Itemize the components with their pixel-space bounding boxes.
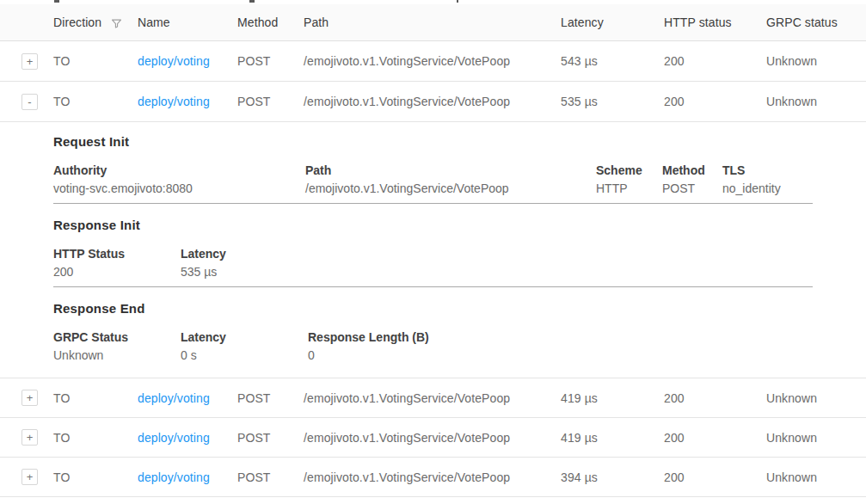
cell-direction: TO bbox=[48, 431, 132, 445]
field-value: POST bbox=[662, 181, 722, 195]
response-end-section: Response End GRPC Status Unknown Latency… bbox=[53, 287, 813, 362]
table-row: + TO deploy/voting POST /emojivoto.v1.Vo… bbox=[0, 378, 866, 418]
section-title: Response Init bbox=[53, 218, 813, 232]
cutoff-artifact bbox=[54, 0, 59, 3]
column-header-http-status: HTTP status bbox=[659, 15, 761, 29]
expand-row-button[interactable]: + bbox=[21, 429, 38, 446]
field-method: Method POST bbox=[662, 163, 722, 195]
table-header-row: Direction Name Method Path Latency HTTP … bbox=[0, 4, 866, 41]
cell-method: POST bbox=[232, 95, 298, 108]
cell-direction: TO bbox=[48, 391, 132, 405]
field-value: 200 bbox=[53, 265, 181, 279]
field-label: GRPC Status bbox=[53, 330, 181, 344]
field-path: Path /emojivoto.v1.VotingService/VotePoo… bbox=[305, 163, 596, 195]
cell-grpc-status: Unknown bbox=[761, 95, 866, 108]
deployment-link[interactable]: deploy/voting bbox=[138, 54, 210, 68]
deployment-link[interactable]: deploy/voting bbox=[138, 391, 210, 405]
cell-path: /emojivoto.v1.VotingService/VotePoop bbox=[298, 470, 556, 484]
column-header-latency: Latency bbox=[556, 15, 659, 29]
field-label: Method bbox=[662, 163, 722, 177]
cutoff-artifact bbox=[249, 0, 255, 3]
field-value: voting-svc.emojivoto:8080 bbox=[53, 181, 305, 195]
field-value: 0 s bbox=[181, 348, 308, 362]
expand-row-button[interactable]: + bbox=[21, 53, 38, 70]
field-http-status: HTTP Status 200 bbox=[53, 247, 181, 279]
cell-path: /emojivoto.v1.VotingService/VotePoop bbox=[298, 95, 556, 108]
field-value: HTTP bbox=[596, 181, 662, 195]
cell-grpc-status: Unknown bbox=[761, 54, 866, 68]
cell-grpc-status: Unknown bbox=[761, 470, 866, 484]
field-value: 0 bbox=[308, 348, 813, 362]
field-latency: Latency 535 µs bbox=[181, 247, 813, 279]
table-row: + TO deploy/voting POST /emojivoto.v1.Vo… bbox=[0, 458, 866, 497]
section-title: Response End bbox=[53, 301, 813, 316]
section-title: Request Init bbox=[53, 134, 813, 149]
cell-method: POST bbox=[232, 54, 298, 68]
cell-http-status: 200 bbox=[659, 54, 761, 68]
expand-row-button[interactable]: + bbox=[21, 390, 38, 406]
cell-http-status: 200 bbox=[659, 470, 761, 484]
tap-results-table: Direction Name Method Path Latency HTTP … bbox=[0, 0, 866, 497]
field-latency: Latency 0 s bbox=[181, 330, 308, 362]
cell-method: POST bbox=[232, 431, 298, 445]
field-grpc-status: GRPC Status Unknown bbox=[53, 330, 181, 362]
field-tls: TLS no_identity bbox=[722, 163, 813, 195]
table-row: + TO deploy/voting POST /emojivoto.v1.Vo… bbox=[0, 418, 866, 458]
field-label: HTTP Status bbox=[53, 247, 181, 261]
cell-http-status: 200 bbox=[659, 95, 761, 108]
field-label: TLS bbox=[722, 163, 813, 177]
field-value: no_identity bbox=[722, 181, 813, 195]
cell-grpc-status: Unknown bbox=[761, 431, 866, 445]
request-init-section: Request Init Authority voting-svc.emojiv… bbox=[53, 134, 813, 204]
field-value: 535 µs bbox=[181, 265, 813, 279]
cell-grpc-status: Unknown bbox=[761, 391, 866, 405]
cutoff-artifact bbox=[457, 0, 458, 3]
field-authority: Authority voting-svc.emojivoto:8080 bbox=[53, 163, 305, 195]
cell-latency: 419 µs bbox=[556, 391, 659, 405]
expand-row-button[interactable]: + bbox=[21, 469, 38, 485]
column-header-direction: Direction bbox=[48, 15, 132, 30]
cell-method: POST bbox=[232, 470, 298, 484]
collapse-row-button[interactable]: - bbox=[21, 94, 38, 110]
deployment-link[interactable]: deploy/voting bbox=[138, 470, 210, 484]
cell-latency: 535 µs bbox=[556, 95, 659, 108]
deployment-link[interactable]: deploy/voting bbox=[138, 95, 210, 108]
table-row-expanded: - TO deploy/voting POST /emojivoto.v1.Vo… bbox=[0, 82, 866, 122]
cutoff-top-strip bbox=[0, 0, 866, 4]
field-response-length: Response Length (B) 0 bbox=[308, 330, 813, 362]
field-scheme: Scheme HTTP bbox=[596, 163, 662, 195]
field-label: Latency bbox=[181, 330, 308, 344]
column-header-path: Path bbox=[298, 15, 556, 29]
column-header-grpc-status: GRPC status bbox=[761, 15, 866, 29]
field-label: Authority bbox=[53, 163, 305, 177]
cell-direction: TO bbox=[48, 95, 132, 108]
cell-direction: TO bbox=[48, 54, 132, 68]
cell-path: /emojivoto.v1.VotingService/VotePoop bbox=[298, 391, 556, 405]
cell-path: /emojivoto.v1.VotingService/VotePoop bbox=[298, 431, 556, 445]
field-label: Response Length (B) bbox=[308, 330, 813, 344]
request-detail-panel: Request Init Authority voting-svc.emojiv… bbox=[0, 122, 866, 378]
deployment-link[interactable]: deploy/voting bbox=[138, 431, 210, 445]
filter-funnel-icon[interactable] bbox=[110, 17, 123, 30]
direction-header-label: Direction bbox=[53, 15, 101, 29]
field-label: Scheme bbox=[596, 163, 662, 177]
column-header-name: Name bbox=[132, 15, 232, 29]
cell-latency: 419 µs bbox=[556, 431, 659, 445]
field-value: /emojivoto.v1.VotingService/VotePoop bbox=[305, 181, 596, 195]
cell-latency: 394 µs bbox=[556, 470, 659, 484]
response-init-section: Response Init HTTP Status 200 Latency 53… bbox=[53, 204, 813, 287]
column-header-method: Method bbox=[232, 15, 298, 29]
cell-http-status: 200 bbox=[659, 391, 761, 405]
cell-latency: 543 µs bbox=[556, 54, 659, 68]
field-label: Path bbox=[305, 163, 596, 177]
field-value: Unknown bbox=[53, 348, 181, 362]
table-row: + TO deploy/voting POST /emojivoto.v1.Vo… bbox=[0, 41, 866, 82]
cell-http-status: 200 bbox=[659, 431, 761, 445]
cell-method: POST bbox=[232, 391, 298, 405]
cell-path: /emojivoto.v1.VotingService/VotePoop bbox=[298, 54, 556, 68]
cell-direction: TO bbox=[48, 470, 132, 484]
field-label: Latency bbox=[181, 247, 813, 261]
